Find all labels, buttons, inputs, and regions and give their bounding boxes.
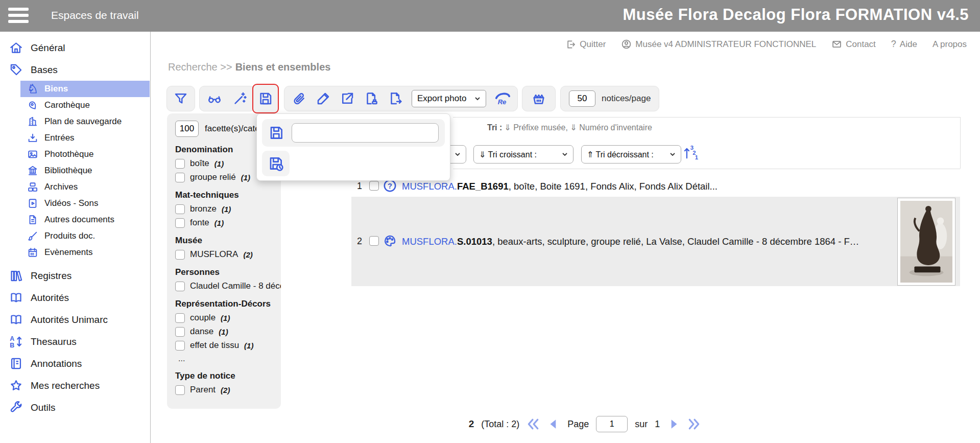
checkbox[interactable] [175, 341, 185, 351]
checkbox[interactable] [175, 204, 185, 214]
paperclip-icon[interactable] [292, 91, 307, 106]
facet-more-link[interactable]: ... [178, 354, 274, 363]
notices-per-page-group: notices/page [560, 86, 659, 111]
result-row-number: 2 [354, 236, 365, 247]
sidebar-item-autorites[interactable]: Autorités [0, 287, 150, 309]
sidebar-item-carotheque[interactable]: Carothèque [20, 97, 150, 113]
sort-ascending-select[interactable]: ⇓ Tri croissant : [473, 145, 573, 164]
magic-wand-icon[interactable] [232, 91, 248, 106]
sidebar-item-autorites-unimarc[interactable]: Autorités Unimarc [0, 309, 150, 331]
sidebar-item-plan-sauvegarde[interactable]: Plan de sauvegarde [20, 113, 150, 130]
books-icon [9, 269, 23, 283]
first-page-icon[interactable] [527, 417, 540, 431]
video-document-icon [27, 198, 38, 209]
chevron-down-icon [474, 96, 481, 102]
sidebar-item-bibliotheque[interactable]: Bibliothèque [20, 162, 150, 179]
sidebar-item-autres-documents[interactable]: Autres documents [20, 212, 150, 228]
page-input[interactable] [596, 416, 628, 432]
checkbox[interactable] [175, 218, 185, 228]
pages-total: 1 [655, 419, 660, 430]
result-thumbnail[interactable] [897, 198, 955, 286]
facet-group-title: Mat-techniques [175, 190, 274, 200]
results-frame-right-line [960, 117, 961, 169]
facet-item: bronze(1) [175, 204, 274, 214]
facet-group-title: Représentation-Décors [175, 299, 274, 309]
save-search-menu [256, 113, 450, 181]
sidebar-item-phototheque[interactable]: Photothèque [20, 146, 150, 162]
image-icon [27, 149, 38, 160]
facet-item: effet de tissu(1) [175, 340, 274, 351]
sort-321-icon[interactable]: 321 [683, 144, 700, 160]
contact-link[interactable]: Contact [831, 39, 876, 50]
checkbox[interactable] [175, 385, 185, 395]
chevron-down-icon [455, 151, 461, 157]
quitter-link[interactable]: Quitter [566, 39, 606, 50]
hamburger-menu-icon[interactable] [8, 8, 29, 26]
palette-icon[interactable] [383, 234, 397, 248]
save-scheduled-button[interactable] [262, 151, 290, 176]
last-page-icon[interactable] [687, 417, 701, 431]
glasses-icon[interactable] [207, 91, 222, 106]
workspace-label[interactable]: Espaces de travail [51, 9, 139, 21]
sculpture-photo [900, 201, 952, 283]
re-search-logo-icon[interactable]: Re [495, 91, 510, 106]
save-icon[interactable] [268, 125, 284, 141]
sidebar-item-thesaurus[interactable]: AB Thesaurus [0, 331, 150, 353]
export-document-icon[interactable] [388, 91, 403, 106]
az-sort-icon: AB [9, 335, 23, 348]
pencil-icon[interactable] [316, 91, 331, 106]
sidebar-item-entrees[interactable]: Entrées [20, 130, 150, 146]
external-link-icon[interactable] [340, 91, 355, 106]
basket-button[interactable] [522, 86, 556, 111]
sidebar-item-outils[interactable]: Outils [0, 397, 150, 418]
sort-descending-select[interactable]: ⇑ Tri décroissant : [581, 145, 681, 164]
sidebar-item-archives[interactable]: Archives [20, 179, 150, 195]
question-circle-icon[interactable]: ? [383, 179, 397, 193]
checkbox[interactable] [175, 327, 185, 337]
sidebar-item-evenements[interactable]: Evènements [20, 244, 150, 261]
result-checkbox[interactable] [369, 181, 379, 191]
print-document-icon[interactable] [364, 91, 379, 106]
sidebar-item-videos-sons[interactable]: Vidéos - Sons [20, 195, 150, 212]
save-name-input[interactable] [292, 123, 439, 143]
checkbox[interactable] [175, 282, 185, 291]
previous-page-icon[interactable] [547, 417, 560, 431]
document-icon [27, 214, 38, 225]
export-photo-select[interactable]: Export photo [412, 90, 486, 107]
user-menu[interactable]: Musée v4 ADMINISTRATEUR FONCTIONNEL [621, 39, 816, 50]
mail-icon [831, 39, 842, 50]
next-page-icon[interactable] [667, 417, 680, 431]
facet-group-title: Personnes [175, 267, 274, 277]
filter-button[interactable] [166, 86, 195, 111]
archive-boxes-icon [27, 181, 38, 193]
facet-count-input[interactable] [175, 121, 199, 137]
a-propos-link[interactable]: A propos [933, 39, 967, 50]
result-prefix-link[interactable]: MUSFLORA. [402, 181, 457, 192]
facet-item: MUSFLORA(2) [175, 249, 274, 260]
sidebar-item-bases[interactable]: Bases [0, 59, 150, 81]
sidebar-item-mes-recherches[interactable]: Mes recherches [0, 375, 150, 397]
sidebar-item-biens[interactable]: ♘ Biens [20, 81, 150, 97]
checkbox[interactable] [175, 313, 185, 323]
download-icon [27, 132, 38, 144]
svg-text:B: B [10, 342, 14, 348]
save-search-button[interactable] [252, 84, 279, 113]
checkbox[interactable] [175, 250, 185, 260]
breadcrumb: Recherche >>Biens et ensembles [168, 61, 330, 73]
result-checkbox[interactable] [369, 236, 379, 246]
facet-group-title: Type de notice [175, 371, 274, 381]
checkbox[interactable] [175, 159, 185, 169]
sidebar-item-produits-doc[interactable]: Produits doc. [20, 228, 150, 244]
result-prefix-link[interactable]: MUSFLORA. [402, 236, 457, 247]
aide-link[interactable]: ? Aide [891, 39, 917, 50]
main-area: Quitter Musée v4 ADMINISTRATEUR FONCTION… [151, 32, 980, 443]
sidebar-item-registres[interactable]: Registres [0, 265, 150, 287]
notices-per-page-input[interactable] [569, 90, 595, 107]
sidebar-item-annotations[interactable]: Annotations [0, 353, 150, 375]
pagination-bar: 2 (Total : 2) Page sur 1 [391, 416, 779, 432]
sidebar-item-general[interactable]: Général [0, 37, 150, 59]
checkbox[interactable] [175, 173, 185, 182]
sur-label: sur [635, 419, 648, 430]
svg-text:Re: Re [498, 98, 507, 106]
star-icon [9, 379, 23, 392]
